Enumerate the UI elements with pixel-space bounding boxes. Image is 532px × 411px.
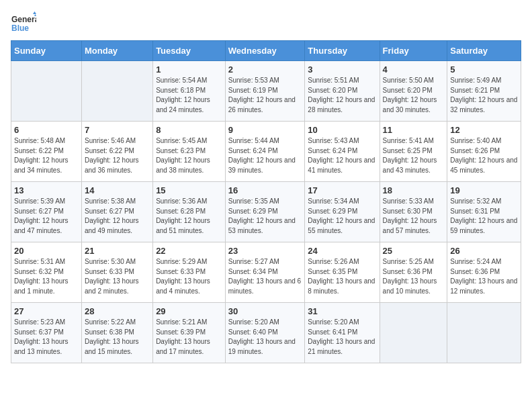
day-info: Sunrise: 5:27 AM Sunset: 6:34 PM Dayligh… bbox=[228, 257, 302, 296]
calendar-cell: 17Sunrise: 5:34 AM Sunset: 6:29 PM Dayli… bbox=[305, 182, 380, 242]
col-header-friday: Friday bbox=[380, 41, 447, 61]
day-info: Sunrise: 5:23 AM Sunset: 6:37 PM Dayligh… bbox=[14, 318, 79, 357]
calendar-cell: 9Sunrise: 5:44 AM Sunset: 6:24 PM Daylig… bbox=[225, 122, 305, 182]
calendar-cell: 8Sunrise: 5:45 AM Sunset: 6:23 PM Daylig… bbox=[153, 122, 226, 182]
calendar-cell: 29Sunrise: 5:21 AM Sunset: 6:39 PM Dayli… bbox=[153, 303, 226, 363]
day-info: Sunrise: 5:41 AM Sunset: 6:25 PM Dayligh… bbox=[383, 136, 445, 175]
day-info: Sunrise: 5:31 AM Sunset: 6:32 PM Dayligh… bbox=[14, 257, 79, 296]
calendar-cell: 3Sunrise: 5:51 AM Sunset: 6:20 PM Daylig… bbox=[305, 61, 380, 122]
calendar-cell: 30Sunrise: 5:20 AM Sunset: 6:40 PM Dayli… bbox=[225, 303, 305, 363]
col-header-sunday: Sunday bbox=[11, 41, 82, 61]
day-number: 2 bbox=[228, 64, 302, 75]
day-number: 14 bbox=[85, 185, 150, 195]
week-row-3: 13Sunrise: 5:39 AM Sunset: 6:27 PM Dayli… bbox=[11, 182, 521, 242]
day-info: Sunrise: 5:20 AM Sunset: 6:40 PM Dayligh… bbox=[228, 318, 302, 357]
day-number: 6 bbox=[14, 125, 79, 135]
col-header-thursday: Thursday bbox=[305, 41, 380, 61]
calendar-cell: 1Sunrise: 5:54 AM Sunset: 6:18 PM Daylig… bbox=[153, 61, 226, 122]
day-info: Sunrise: 5:46 AM Sunset: 6:22 PM Dayligh… bbox=[85, 136, 150, 175]
day-info: Sunrise: 5:38 AM Sunset: 6:27 PM Dayligh… bbox=[85, 197, 150, 236]
day-info: Sunrise: 5:53 AM Sunset: 6:19 PM Dayligh… bbox=[228, 76, 302, 115]
calendar-cell: 20Sunrise: 5:31 AM Sunset: 6:32 PM Dayli… bbox=[11, 242, 82, 303]
header: General Blue bbox=[11, 11, 521, 36]
day-info: Sunrise: 5:34 AM Sunset: 6:29 PM Dayligh… bbox=[308, 197, 376, 236]
calendar-cell: 24Sunrise: 5:26 AM Sunset: 6:35 PM Dayli… bbox=[305, 242, 380, 303]
day-number: 10 bbox=[308, 125, 376, 135]
day-number: 1 bbox=[156, 64, 222, 75]
calendar-cell: 25Sunrise: 5:25 AM Sunset: 6:36 PM Dayli… bbox=[380, 242, 447, 303]
svg-text:General: General bbox=[11, 15, 36, 24]
calendar-cell: 26Sunrise: 5:24 AM Sunset: 6:36 PM Dayli… bbox=[447, 242, 521, 303]
col-header-monday: Monday bbox=[81, 41, 152, 61]
calendar-cell: 5Sunrise: 5:49 AM Sunset: 6:21 PM Daylig… bbox=[447, 61, 521, 122]
day-number: 5 bbox=[450, 64, 518, 75]
day-number: 11 bbox=[383, 125, 445, 135]
day-info: Sunrise: 5:26 AM Sunset: 6:35 PM Dayligh… bbox=[308, 257, 376, 296]
calendar-cell: 19Sunrise: 5:32 AM Sunset: 6:31 PM Dayli… bbox=[447, 182, 521, 242]
day-info: Sunrise: 5:50 AM Sunset: 6:20 PM Dayligh… bbox=[383, 76, 445, 115]
day-number: 26 bbox=[450, 246, 518, 256]
logo: General Blue bbox=[11, 11, 36, 36]
day-info: Sunrise: 5:21 AM Sunset: 6:39 PM Dayligh… bbox=[156, 318, 222, 357]
calendar-cell: 13Sunrise: 5:39 AM Sunset: 6:27 PM Dayli… bbox=[11, 182, 82, 242]
day-info: Sunrise: 5:51 AM Sunset: 6:20 PM Dayligh… bbox=[308, 76, 376, 115]
day-number: 24 bbox=[308, 246, 376, 256]
calendar-cell: 11Sunrise: 5:41 AM Sunset: 6:25 PM Dayli… bbox=[380, 122, 447, 182]
day-info: Sunrise: 5:25 AM Sunset: 6:36 PM Dayligh… bbox=[383, 257, 445, 296]
day-number: 20 bbox=[14, 246, 79, 256]
calendar-cell: 15Sunrise: 5:36 AM Sunset: 6:28 PM Dayli… bbox=[153, 182, 226, 242]
day-info: Sunrise: 5:33 AM Sunset: 6:30 PM Dayligh… bbox=[383, 197, 445, 236]
day-info: Sunrise: 5:30 AM Sunset: 6:33 PM Dayligh… bbox=[85, 257, 150, 296]
svg-text:Blue: Blue bbox=[11, 24, 29, 33]
day-number: 29 bbox=[156, 306, 222, 316]
calendar-cell: 31Sunrise: 5:20 AM Sunset: 6:41 PM Dayli… bbox=[305, 303, 380, 363]
day-info: Sunrise: 5:49 AM Sunset: 6:21 PM Dayligh… bbox=[450, 76, 518, 115]
day-number: 23 bbox=[228, 246, 302, 256]
day-number: 15 bbox=[156, 185, 222, 195]
week-row-1: 1Sunrise: 5:54 AM Sunset: 6:18 PM Daylig… bbox=[11, 61, 521, 122]
day-number: 13 bbox=[14, 185, 79, 195]
calendar-cell: 14Sunrise: 5:38 AM Sunset: 6:27 PM Dayli… bbox=[81, 182, 152, 242]
calendar-header-row: SundayMondayTuesdayWednesdayThursdayFrid… bbox=[11, 41, 521, 61]
day-info: Sunrise: 5:29 AM Sunset: 6:33 PM Dayligh… bbox=[156, 257, 222, 296]
calendar-cell: 18Sunrise: 5:33 AM Sunset: 6:30 PM Dayli… bbox=[380, 182, 447, 242]
day-number: 28 bbox=[85, 306, 150, 316]
day-info: Sunrise: 5:20 AM Sunset: 6:41 PM Dayligh… bbox=[308, 318, 376, 357]
calendar-cell: 16Sunrise: 5:35 AM Sunset: 6:29 PM Dayli… bbox=[225, 182, 305, 242]
calendar-cell: 23Sunrise: 5:27 AM Sunset: 6:34 PM Dayli… bbox=[225, 242, 305, 303]
col-header-tuesday: Tuesday bbox=[153, 41, 226, 61]
day-number: 21 bbox=[85, 246, 150, 256]
day-number: 7 bbox=[85, 125, 150, 135]
day-number: 9 bbox=[228, 125, 302, 135]
day-info: Sunrise: 5:39 AM Sunset: 6:27 PM Dayligh… bbox=[14, 197, 79, 236]
day-info: Sunrise: 5:40 AM Sunset: 6:26 PM Dayligh… bbox=[450, 136, 518, 175]
day-info: Sunrise: 5:36 AM Sunset: 6:28 PM Dayligh… bbox=[156, 197, 222, 236]
day-number: 18 bbox=[383, 185, 445, 195]
calendar-cell: 4Sunrise: 5:50 AM Sunset: 6:20 PM Daylig… bbox=[380, 61, 447, 122]
logo-bird-icon: General Blue bbox=[11, 11, 36, 36]
svg-marker-2 bbox=[33, 11, 36, 14]
calendar-cell: 7Sunrise: 5:46 AM Sunset: 6:22 PM Daylig… bbox=[81, 122, 152, 182]
day-number: 4 bbox=[383, 64, 445, 75]
day-number: 27 bbox=[14, 306, 79, 316]
calendar-cell: 21Sunrise: 5:30 AM Sunset: 6:33 PM Dayli… bbox=[81, 242, 152, 303]
day-number: 16 bbox=[228, 185, 302, 195]
day-number: 19 bbox=[450, 185, 518, 195]
day-info: Sunrise: 5:24 AM Sunset: 6:36 PM Dayligh… bbox=[450, 257, 518, 296]
calendar-cell: 2Sunrise: 5:53 AM Sunset: 6:19 PM Daylig… bbox=[225, 61, 305, 122]
calendar-cell: 6Sunrise: 5:48 AM Sunset: 6:22 PM Daylig… bbox=[11, 122, 82, 182]
day-number: 30 bbox=[228, 306, 302, 316]
calendar-cell: 27Sunrise: 5:23 AM Sunset: 6:37 PM Dayli… bbox=[11, 303, 82, 363]
day-info: Sunrise: 5:43 AM Sunset: 6:24 PM Dayligh… bbox=[308, 136, 376, 175]
col-header-saturday: Saturday bbox=[447, 41, 521, 61]
day-info: Sunrise: 5:44 AM Sunset: 6:24 PM Dayligh… bbox=[228, 136, 302, 175]
day-info: Sunrise: 5:48 AM Sunset: 6:22 PM Dayligh… bbox=[14, 136, 79, 175]
day-number: 25 bbox=[383, 246, 445, 256]
day-info: Sunrise: 5:22 AM Sunset: 6:38 PM Dayligh… bbox=[85, 318, 150, 357]
day-number: 22 bbox=[156, 246, 222, 256]
day-info: Sunrise: 5:45 AM Sunset: 6:23 PM Dayligh… bbox=[156, 136, 222, 175]
calendar-table: SundayMondayTuesdayWednesdayThursdayFrid… bbox=[11, 40, 521, 363]
day-number: 17 bbox=[308, 185, 376, 195]
day-info: Sunrise: 5:54 AM Sunset: 6:18 PM Dayligh… bbox=[156, 76, 222, 115]
calendar-cell: 12Sunrise: 5:40 AM Sunset: 6:26 PM Dayli… bbox=[447, 122, 521, 182]
